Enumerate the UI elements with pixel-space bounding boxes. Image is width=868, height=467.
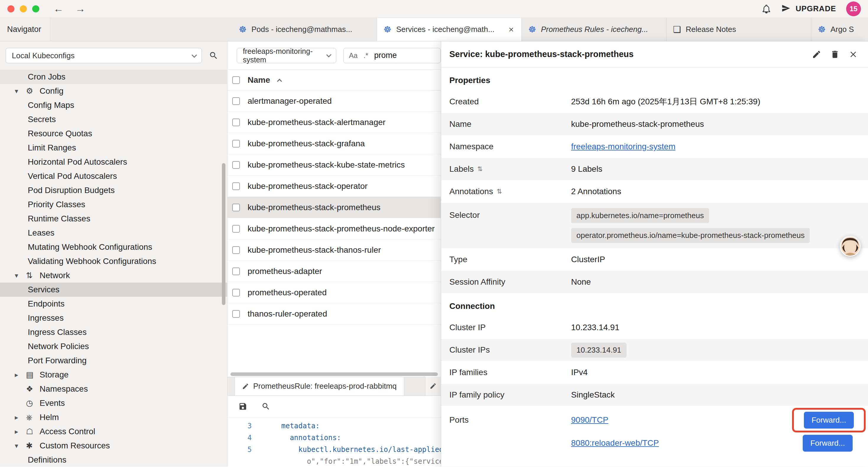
service-row[interactable]: alertmanager-operated — [227, 90, 441, 112]
tab-release-notes[interactable]: ❏ Release Notes — [666, 18, 811, 41]
sidebar-item-namespaces[interactable]: ❖ Namespaces — [0, 382, 227, 396]
service-row[interactable]: kube-prometheus-stack-prometheus-node-ex… — [227, 218, 441, 239]
prometheusrule-editor-tab[interactable]: PrometheusRule: freeleaps-prod-rabbitmq — [235, 377, 404, 396]
editor-search-icon[interactable] — [259, 400, 272, 413]
sidebar-item-ingress-classes[interactable]: Ingress Classes — [0, 325, 227, 339]
close-tab-icon[interactable]: × — [507, 25, 515, 35]
select-all-checkbox[interactable] — [232, 76, 240, 84]
row-checkbox[interactable] — [232, 182, 240, 190]
sidebar-item-resource-quotas[interactable]: Resource Quotas — [0, 126, 227, 141]
horizontal-scrollbar-thumb[interactable] — [230, 372, 438, 376]
notification-count-badge[interactable]: 15 — [846, 1, 861, 16]
sidebar-item-port-forwarding[interactable]: Port Forwarding — [0, 353, 227, 368]
sidebar-item-storage[interactable]: ▸ ▤ Storage — [0, 368, 227, 382]
window-close-button[interactable] — [7, 5, 14, 12]
edit-pencil-icon[interactable] — [810, 48, 823, 61]
namespace-link[interactable]: freeleaps-monitoring-system — [571, 142, 675, 151]
sidebar-item-ingresses[interactable]: Ingresses — [0, 311, 227, 325]
sidebar-item-custom-resources[interactable]: ▾ ✱ Custom Resources — [0, 439, 227, 453]
sidebar-item-horizontal-pod-autoscalers[interactable]: Horizontal Pod Autoscalers — [0, 155, 227, 169]
service-row[interactable]: prometheus-adapter — [227, 261, 441, 282]
port-link-8080-reloader-web[interactable]: 8080:reloader-web/TCP — [571, 438, 659, 448]
forward-port-button[interactable]: Forward... — [803, 435, 852, 451]
sidebar-item-access-control[interactable]: ▸ ☖ Access Control — [0, 425, 227, 439]
service-row[interactable]: kube-prometheus-stack-operator — [227, 176, 441, 197]
kubeconfig-selector[interactable]: Local Kubeconfigs — [6, 48, 202, 63]
assistant-avatar[interactable] — [840, 236, 861, 257]
sidebar-item-validating-webhook-configurations[interactable]: Validating Webhook Configurations — [0, 254, 227, 268]
service-row[interactable]: kube-prometheus-stack-alertmanager — [227, 112, 441, 133]
sidebar-item-network[interactable]: ▾ ⇅ Network — [0, 268, 227, 283]
sidebar-item-secrets[interactable]: Secrets — [0, 112, 227, 126]
next-editor-tab-partial[interactable] — [425, 377, 441, 396]
tree-chevron-icon[interactable]: ▸ — [15, 428, 26, 436]
sidebar-scrollbar[interactable] — [222, 163, 225, 305]
sidebar-item-definitions[interactable]: Definitions — [0, 453, 227, 467]
annotations-expand-icon[interactable]: ⇅ — [497, 188, 502, 195]
name-column-header[interactable]: Name — [248, 76, 270, 85]
save-icon[interactable] — [236, 400, 249, 413]
sidebar-item-mutating-webhook-configurations[interactable]: Mutating Webhook Configurations — [0, 240, 227, 254]
service-row[interactable]: kube-prometheus-stack-thanos-ruler — [227, 239, 441, 261]
service-row[interactable]: kube-prometheus-stack-kube-state-metrics — [227, 154, 441, 176]
sidebar-item-pod-disruption-budgets[interactable]: Pod Disruption Budgets — [0, 183, 227, 198]
tree-chevron-icon[interactable]: ▾ — [15, 87, 26, 95]
code-line: 3 metadata: — [227, 420, 441, 432]
sidebar-item-runtime-classes[interactable]: Runtime Classes — [0, 212, 227, 226]
row-checkbox[interactable] — [232, 119, 240, 126]
row-checkbox[interactable] — [232, 161, 240, 169]
sidebar-search-icon[interactable] — [207, 49, 220, 62]
tab-pods[interactable]: ☸ Pods - icecheng@mathmas... — [232, 18, 377, 41]
annotations-value: 2 Annotations — [571, 187, 621, 196]
service-search-input[interactable]: Aa .* prome — [343, 48, 441, 63]
sidebar-item-priority-classes[interactable]: Priority Classes — [0, 198, 227, 212]
service-row[interactable]: prometheus-operated — [227, 282, 441, 303]
tree-chevron-icon[interactable]: ▸ — [15, 413, 26, 421]
service-row[interactable]: thanos-ruler-operated — [227, 303, 441, 324]
row-checkbox[interactable] — [232, 310, 240, 318]
yaml-editor[interactable]: 3 metadata: 4 annotations: 5 kubectl.kub… — [227, 418, 441, 467]
sidebar-item-helm[interactable]: ▸ ⎈ Helm — [0, 410, 227, 425]
row-checkbox[interactable] — [232, 267, 240, 275]
notifications-bell-icon[interactable] — [761, 4, 771, 14]
row-checkbox[interactable] — [232, 204, 240, 211]
window-minimize-button[interactable] — [20, 5, 27, 12]
sidebar-item-events[interactable]: ◷ Events — [0, 396, 227, 410]
forward-button[interactable]: → — [75, 3, 85, 14]
sidebar-item-config[interactable]: ▾ ⚙ Config — [0, 84, 227, 98]
close-drawer-icon[interactable] — [847, 48, 860, 61]
tab-services[interactable]: ☸ Services - icecheng@math... × — [377, 18, 522, 41]
sidebar-item-vertical-pod-autoscalers[interactable]: Vertical Pod Autoscalers — [0, 169, 227, 183]
row-checkbox[interactable] — [232, 246, 240, 254]
tree-chevron-icon[interactable]: ▾ — [15, 442, 26, 450]
regex-toggle[interactable]: .* — [363, 52, 368, 60]
window-zoom-button[interactable] — [32, 5, 39, 12]
sidebar-item-config-maps[interactable]: Config Maps — [0, 98, 227, 112]
forward-port-button[interactable]: Forward... — [804, 412, 854, 429]
tree-chevron-icon[interactable]: ▸ — [15, 371, 26, 379]
row-checkbox[interactable] — [232, 289, 240, 296]
horizontal-scrollbar[interactable] — [227, 372, 441, 377]
tab-prometheus-rules[interactable]: ☸ Prometheus Rules - icecheng... — [522, 18, 666, 41]
row-checkbox[interactable] — [232, 97, 240, 105]
back-button[interactable]: ← — [54, 3, 64, 14]
sidebar-item-limit-ranges[interactable]: Limit Ranges — [0, 141, 227, 155]
row-checkbox[interactable] — [232, 225, 240, 233]
sidebar-item-leases[interactable]: Leases — [0, 226, 227, 240]
sidebar-item-network-policies[interactable]: Network Policies — [0, 339, 227, 353]
sidebar-item-endpoints[interactable]: Endpoints — [0, 297, 227, 311]
upgrade-button[interactable]: UPGRADE — [781, 4, 836, 14]
match-case-toggle[interactable]: Aa — [349, 52, 358, 60]
tab-argo[interactable]: ☸ Argo S — [811, 18, 868, 41]
tree-chevron-icon[interactable]: ▾ — [15, 272, 26, 280]
namespace-selector[interactable]: freeleaps-monitoring-system — [237, 48, 336, 63]
row-checkbox[interactable] — [232, 140, 240, 147]
labels-expand-icon[interactable]: ⇅ — [477, 165, 483, 173]
sidebar-item-cron-jobs[interactable]: Cron Jobs — [0, 70, 227, 84]
sort-ascending-icon[interactable] — [277, 79, 282, 84]
sidebar-item-services[interactable]: Services — [0, 283, 227, 297]
service-row[interactable]: kube-prometheus-stack-prometheus — [227, 197, 441, 218]
delete-trash-icon[interactable] — [829, 48, 841, 61]
service-row[interactable]: kube-prometheus-stack-grafana — [227, 133, 441, 154]
port-link-9090[interactable]: 9090/TCP — [571, 415, 608, 425]
